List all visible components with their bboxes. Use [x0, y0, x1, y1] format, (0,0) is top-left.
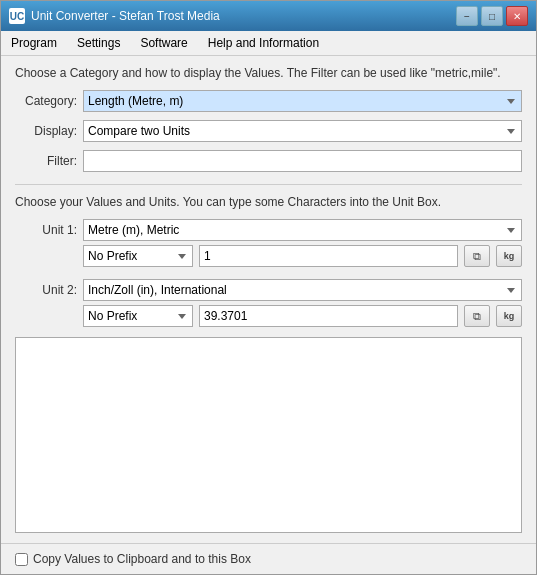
- unit2-copy-icon: ⧉: [473, 310, 481, 323]
- unit2-prefix-select[interactable]: No Prefix: [83, 305, 193, 327]
- category-label: Category:: [15, 94, 77, 108]
- display-row: Display: Compare two Units: [15, 120, 522, 142]
- unit1-sub-row: No Prefix ⧉ kg: [15, 245, 522, 267]
- unit1-select[interactable]: Metre (m), Metric: [83, 219, 522, 241]
- filter-row: Filter:: [15, 150, 522, 172]
- unit1-copy-icon: ⧉: [473, 250, 481, 263]
- restore-button[interactable]: □: [481, 6, 503, 26]
- notes-area: [15, 337, 522, 533]
- unit2-kg-button[interactable]: kg: [496, 305, 522, 327]
- unit1-copy-button[interactable]: ⧉: [464, 245, 490, 267]
- unit2-sub-row: No Prefix ⧉ kg: [15, 305, 522, 327]
- unit2-main-row: Unit 2: Inch/Zoll (in), International: [15, 279, 522, 301]
- description-2: Choose your Values and Units. You can ty…: [15, 195, 522, 209]
- unit1-kg-button[interactable]: kg: [496, 245, 522, 267]
- display-select[interactable]: Compare two Units: [83, 120, 522, 142]
- bottom-bar: Copy Values to Clipboard and to this Box: [1, 543, 536, 574]
- category-row: Category: Length (Metre, m): [15, 90, 522, 112]
- minimize-button[interactable]: −: [456, 6, 478, 26]
- unit1-prefix-select[interactable]: No Prefix: [83, 245, 193, 267]
- unit2-label: Unit 2:: [15, 283, 77, 297]
- unit1-main-row: Unit 1: Metre (m), Metric: [15, 219, 522, 241]
- main-content: Choose a Category and how to display the…: [1, 56, 536, 543]
- clipboard-checkbox-label[interactable]: Copy Values to Clipboard and to this Box: [15, 552, 251, 566]
- menu-help[interactable]: Help and Information: [198, 33, 329, 53]
- unit2-kg-icon: kg: [504, 311, 515, 321]
- title-bar: UC Unit Converter - Stefan Trost Media −…: [1, 1, 536, 31]
- window-controls: − □ ✕: [456, 6, 528, 26]
- unit2-section: Unit 2: Inch/Zoll (in), International No…: [15, 279, 522, 327]
- main-window: UC Unit Converter - Stefan Trost Media −…: [0, 0, 537, 575]
- menu-settings[interactable]: Settings: [67, 33, 130, 53]
- menu-software[interactable]: Software: [130, 33, 197, 53]
- category-select[interactable]: Length (Metre, m): [83, 90, 522, 112]
- filter-label: Filter:: [15, 154, 77, 168]
- clipboard-label-text: Copy Values to Clipboard and to this Box: [33, 552, 251, 566]
- filter-input[interactable]: [83, 150, 522, 172]
- close-button[interactable]: ✕: [506, 6, 528, 26]
- window-title: Unit Converter - Stefan Trost Media: [31, 9, 450, 23]
- unit1-label: Unit 1:: [15, 223, 77, 237]
- unit1-kg-icon: kg: [504, 251, 515, 261]
- unit1-value-input[interactable]: [199, 245, 458, 267]
- unit2-value-input[interactable]: [199, 305, 458, 327]
- unit1-section: Unit 1: Metre (m), Metric No Prefix ⧉ kg: [15, 219, 522, 267]
- separator-1: [15, 184, 522, 185]
- description-1: Choose a Category and how to display the…: [15, 66, 522, 80]
- clipboard-checkbox[interactable]: [15, 553, 28, 566]
- unit2-select[interactable]: Inch/Zoll (in), International: [83, 279, 522, 301]
- unit2-copy-button[interactable]: ⧉: [464, 305, 490, 327]
- display-label: Display:: [15, 124, 77, 138]
- menu-bar: Program Settings Software Help and Infor…: [1, 31, 536, 56]
- app-icon: UC: [9, 8, 25, 24]
- menu-program[interactable]: Program: [1, 33, 67, 53]
